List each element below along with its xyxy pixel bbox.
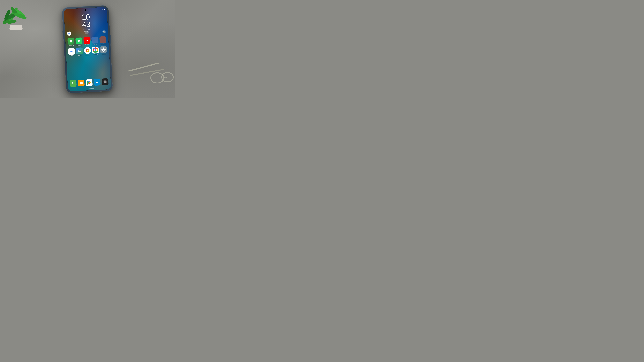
dock-phone[interactable] (70, 80, 76, 87)
gallery-icon (76, 47, 83, 54)
phone: ✦ ▣ ▮ 10 43 Fri, July 01 Clear 29° G (62, 5, 113, 93)
google-icon: G (68, 48, 75, 55)
app-youtube[interactable]: YouTube (83, 37, 91, 45)
dock-telegram[interactable] (94, 79, 101, 86)
dock-camera[interactable] (102, 78, 109, 85)
front-camera (84, 9, 86, 11)
svg-rect-14 (69, 40, 72, 43)
clock-widget: 10 43 Fri, July 01 Clear 29° (82, 13, 90, 32)
signal-icon: ▣ (102, 8, 104, 10)
phone-body: ✦ ▣ ▮ 10 43 Fri, July 01 Clear 29° G (62, 5, 113, 93)
assistant-label: Assistant (86, 54, 90, 56)
entertainment-label: Entertainment (100, 43, 106, 45)
google-search-button[interactable]: G (67, 31, 71, 35)
glasses-decoration (128, 63, 175, 92)
battery-icon: ▮ (104, 8, 105, 9)
app-settings[interactable]: Settings (100, 46, 108, 55)
svg-rect-16 (71, 40, 72, 41)
app-whatsapp[interactable]: WhatsApp (75, 37, 83, 46)
whatsapp-label: WhatsApp (76, 44, 82, 46)
settings-label: Settings (102, 53, 106, 55)
chrome-icon (92, 46, 99, 53)
youtube-icon (84, 37, 90, 44)
voice-search-button[interactable]: 🎤 (85, 31, 88, 34)
app-row-2: G Google (67, 46, 108, 57)
whatsapp-icon (76, 37, 82, 44)
svg-marker-54 (104, 80, 106, 81)
chrome-label: Chrome (94, 54, 98, 55)
app-gallery[interactable]: Gallery (76, 47, 84, 56)
google-g-label: G (68, 32, 70, 35)
entertainment-folder-icon (100, 36, 106, 43)
status-icons: ✦ ▣ ▮ (101, 8, 105, 10)
gallery-label: Gallery (78, 54, 82, 56)
svg-rect-15 (70, 40, 71, 41)
google-label: Google (70, 55, 74, 56)
svg-rect-1 (10, 25, 22, 30)
tokopedia-icon (67, 38, 74, 45)
clock-time: 10 43 (82, 13, 90, 28)
clock-hour: 10 (82, 12, 90, 21)
app-entertainment-folder[interactable]: Entertainment (99, 36, 107, 45)
assistant-icon (84, 47, 91, 54)
app-google[interactable]: G Google (68, 48, 76, 56)
clock-minute: 43 (82, 20, 90, 29)
app-tokopedia[interactable]: Tokopedia (67, 38, 75, 46)
settings-icon (100, 46, 107, 53)
bluetooth-icon: ✦ (101, 8, 102, 10)
svg-rect-25 (77, 49, 82, 53)
app-assistant[interactable]: Assistant (84, 47, 92, 56)
plant-decoration (0, 0, 35, 32)
dock-messages[interactable] (78, 79, 84, 86)
camera-search-icon: 📷 (103, 31, 105, 33)
svg-rect-17 (70, 41, 71, 42)
svg-rect-44 (80, 82, 82, 84)
app-social-folder[interactable]: f Social (91, 36, 99, 45)
dock-playstore[interactable] (86, 79, 92, 86)
phone-screen: ✦ ▣ ▮ 10 43 Fri, July 01 Clear 29° G (64, 7, 111, 91)
camera-search-button[interactable]: 📷 (102, 30, 106, 33)
mic-icon: 🎤 (86, 32, 88, 33)
tokopedia-label: Tokopedia (68, 45, 74, 46)
volume-button-left (62, 31, 63, 36)
social-label: Social (94, 44, 97, 45)
youtube-label: YouTube (85, 44, 89, 45)
app-grid: Tokopedia WhatsApp (67, 36, 108, 58)
app-chrome[interactable]: Chrome (92, 46, 100, 55)
social-folder-icon: f (92, 36, 98, 43)
svg-rect-18 (71, 41, 72, 42)
